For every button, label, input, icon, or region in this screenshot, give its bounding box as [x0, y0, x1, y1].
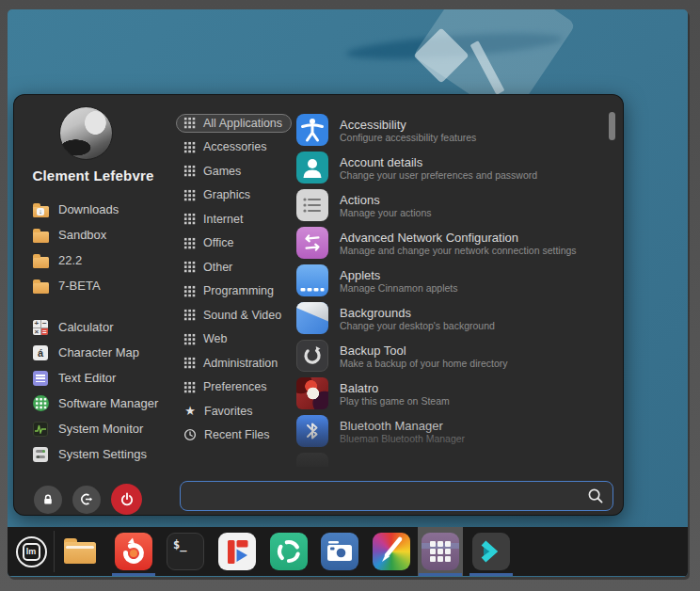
user-avatar[interactable] — [59, 106, 113, 160]
menu-button[interactable]: lm — [13, 534, 49, 569]
category-favorites[interactable]: ★Favorites — [176, 399, 296, 423]
category-programming[interactable]: Programming — [176, 280, 296, 304]
accessibility-icon — [296, 114, 328, 146]
app-account-details[interactable]: Account details Change your user prefere… — [296, 149, 612, 186]
teal-arrow-icon — [472, 533, 510, 570]
search-icon — [587, 487, 604, 504]
place-sandbox[interactable]: Sandbox — [14, 222, 182, 248]
taskbar: lm $_ — [8, 527, 688, 576]
session-buttons — [34, 484, 142, 515]
category-preferences[interactable]: Preferences — [176, 375, 296, 400]
place-downloads[interactable]: ↓ Downloads — [14, 197, 182, 222]
grid-icon — [183, 357, 196, 369]
star-icon: ★ — [183, 405, 197, 417]
category-graphics[interactable]: Graphics — [176, 184, 296, 208]
category-recent-files[interactable]: Recent Files — [176, 423, 296, 448]
grid-icon — [183, 333, 196, 345]
grid-icon — [183, 261, 196, 273]
firefox-launcher[interactable] — [115, 533, 152, 570]
partial-next-app-icon — [296, 453, 328, 467]
flathub-icon — [218, 533, 256, 570]
shutdown-button[interactable] — [111, 484, 142, 515]
category-other[interactable]: Other — [176, 255, 296, 280]
file-manager-launcher[interactable] — [64, 538, 96, 564]
app-backgrounds[interactable]: Backgrounds Change your desktop's backgr… — [296, 299, 612, 337]
running-indicator-tabby — [469, 573, 513, 576]
app-accessibility[interactable]: Accessibility Configure accessibility fe… — [296, 111, 612, 149]
applets-icon — [296, 264, 328, 296]
category-office[interactable]: Office — [176, 232, 296, 256]
account-icon — [296, 152, 328, 184]
terminal-launcher[interactable]: $_ — [167, 533, 204, 570]
app-bluetooth-manager[interactable]: Bluetooth Manager Blueman Bluetooth Mana… — [296, 412, 612, 450]
grid-icon — [183, 309, 196, 321]
app-backup-tool[interactable]: Backup Tool Make a backup of your home d… — [296, 337, 612, 375]
app-list-scrollbar[interactable] — [609, 112, 615, 140]
folder-icon — [32, 227, 49, 244]
sidebar-item-text-editor[interactable]: Text Editor — [14, 365, 182, 391]
bluetooth-icon — [296, 415, 328, 447]
backgrounds-icon — [296, 302, 328, 334]
tabby-terminal-launcher[interactable] — [472, 533, 510, 570]
category-administration[interactable]: Administration — [176, 351, 296, 375]
application-list: Accessibility Configure accessibility fe… — [296, 111, 612, 467]
sidebar-item-system-settings[interactable]: System Settings — [14, 441, 182, 467]
running-indicator-webapp-grid — [419, 573, 462, 576]
system-settings-icon — [32, 446, 49, 463]
sidebar-item-character-map[interactable]: á Character Map — [14, 340, 182, 365]
category-list: All Applications Accessories Games Graph… — [176, 111, 296, 447]
category-web[interactable]: Web — [176, 327, 296, 352]
place-7-beta[interactable]: 7-BETA — [14, 273, 182, 298]
grid-icon — [183, 141, 196, 153]
category-all-applications[interactable]: All Applications — [176, 111, 296, 136]
sidebar-item-system-monitor[interactable]: System Monitor — [14, 416, 182, 441]
places-list: ↓ Downloads Sandbox 22.2 7-BETA — [14, 197, 182, 298]
network-arrows-icon — [296, 227, 328, 259]
actions-icon — [296, 189, 328, 221]
app-grid-icon — [430, 541, 451, 562]
sidebar-item-calculator[interactable]: +−×= Calculator — [14, 314, 182, 340]
paint-brush-icon — [373, 533, 410, 570]
firefox-icon — [115, 533, 152, 570]
tools-list: +−×= Calculator á Character Map Text Edi… — [14, 314, 182, 467]
app-balatro[interactable]: Balatro Play this game on Steam — [296, 375, 612, 412]
mint-logo-icon: lm — [16, 536, 47, 567]
drawing-app-launcher[interactable] — [373, 533, 410, 570]
character-map-icon: á — [32, 344, 49, 361]
lock-button[interactable] — [34, 486, 62, 514]
place-22-2[interactable]: 22.2 — [14, 248, 182, 273]
folder-icon — [32, 278, 49, 295]
desktop[interactable]: Clement Lefebvre ↓ Downloads Sandbox 22.… — [8, 9, 688, 577]
category-accessories[interactable]: Accessories — [176, 136, 296, 160]
category-sound-video[interactable]: Sound & Video — [176, 303, 296, 327]
balatro-icon — [296, 377, 328, 409]
app-advanced-network-configuration[interactable]: Advanced Network Configuration Manage an… — [296, 224, 612, 262]
category-internet[interactable]: Internet — [176, 207, 296, 232]
sync-arrows-icon — [270, 533, 308, 570]
flathub-launcher[interactable] — [218, 533, 256, 570]
grid-icon — [183, 381, 196, 393]
downloads-folder-icon: ↓ — [32, 201, 49, 218]
terminal-icon: $_ — [173, 538, 186, 551]
category-games[interactable]: Games — [176, 159, 296, 184]
lock-icon — [41, 493, 55, 506]
screenshot-launcher[interactable] — [321, 533, 358, 570]
grid-icon — [183, 189, 196, 201]
running-indicator-firefox — [112, 573, 155, 576]
folder-icon — [32, 252, 49, 269]
webapp-grid-launcher[interactable] — [422, 533, 459, 570]
grid-icon — [183, 213, 196, 225]
camera-icon — [321, 533, 358, 570]
logout-button[interactable] — [72, 486, 101, 514]
sync-app-launcher[interactable] — [270, 533, 308, 570]
logout-icon — [80, 492, 94, 506]
app-applets[interactable]: Applets Manage Cinnamon applets — [296, 262, 612, 299]
grid-icon — [183, 237, 196, 249]
panel-separator — [54, 531, 55, 572]
sidebar-item-software-manager[interactable]: Software Manager — [14, 391, 182, 416]
calculator-icon: +−×= — [32, 319, 49, 336]
search-input[interactable] — [180, 481, 613, 511]
system-monitor-icon — [32, 421, 49, 438]
cinnamon-menu: Clement Lefebvre ↓ Downloads Sandbox 22.… — [13, 94, 624, 516]
app-actions[interactable]: Actions Manage your actions — [296, 186, 612, 224]
